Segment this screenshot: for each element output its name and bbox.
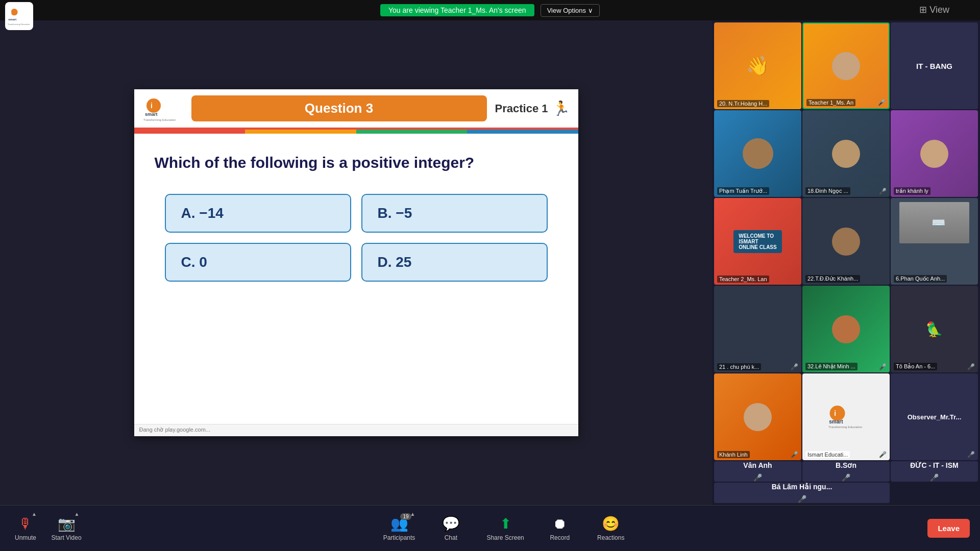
answers-grid: A. −14 B. −5 C. 0 D. 25 <box>134 184 578 292</box>
participant-name-4: Phạm Tuấn Trướ... <box>717 187 769 195</box>
participant-mute-11: 🎤 <box>879 363 887 370</box>
svg-point-6 <box>146 98 161 113</box>
participant-name-6: trần khánh ly <box>894 187 930 195</box>
participant-name-13: Khánh Linh <box>717 451 750 458</box>
participant-name-1: 20. N.Tr.Hoàng H... <box>717 100 769 107</box>
slide-header: i smart Transforming Education Question … <box>134 89 578 130</box>
participant-mute-10: 🎤 <box>791 363 798 370</box>
participant-tile-12: 🦜 Tô Bảo An - 6... 🎤 <box>891 286 978 372</box>
practice-label: Practice 1 🏃 <box>495 100 570 117</box>
share-screen-label: Share Screen <box>486 534 524 541</box>
record-icon: ⏺ <box>553 515 567 532</box>
participant-tile-19: Bá Lâm Hải ngu... 🎤 <box>714 483 890 503</box>
question-text: Which of the following is a positive int… <box>134 134 578 184</box>
reactions-button[interactable]: 😊 Reactions <box>596 515 626 541</box>
participant-name-7: Teacher 2_Ms. Lan <box>717 276 769 283</box>
participant-mute-13: 🎤 <box>791 451 798 458</box>
svg-text:Transforming Education: Transforming Education <box>143 118 176 121</box>
runner-icon: 🏃 <box>552 100 570 117</box>
chat-icon: 💬 <box>442 515 460 532</box>
participant-name-2: Teacher 1_Ms. An <box>806 99 855 106</box>
participant-mute-2: 🎤 <box>878 99 886 106</box>
slide-logo: i smart Transforming Education <box>142 94 183 122</box>
participant-name-8: 22.T.Đ.Đức Khánh... <box>805 275 860 283</box>
participant-mute-5: 🎤 <box>879 188 887 195</box>
chat-button[interactable]: 💬 Chat <box>435 515 466 541</box>
chat-label: Chat <box>445 534 457 541</box>
participant-name-18: ĐỨC - IT - ISM <box>910 461 958 469</box>
unmute-icon: 🎙 ▲ <box>18 515 33 532</box>
participant-name-16: Vân Anh <box>743 461 772 469</box>
unmute-label: Unmute <box>15 534 36 541</box>
slide-statusbar: Đang chờ play.google.com... <box>134 424 578 436</box>
start-video-label: Start Video <box>51 534 81 541</box>
toolbar-left: 🎙 ▲ Unmute 📷 ▲ Start Video <box>10 515 82 541</box>
answer-option-d[interactable]: D. 25 <box>361 243 548 282</box>
participant-tile-8: 22.T.Đ.Đức Khánh... <box>802 198 890 285</box>
svg-point-1 <box>11 9 17 15</box>
participants-panel: 👋 20. N.Tr.Hoàng H... Teacher 1_Ms. An 🎤… <box>712 20 980 505</box>
toolbar-right: Leave <box>927 519 970 538</box>
toolbar-center: 👥 19 ▲ Participants 💬 Chat ⬆ Share Scree… <box>82 515 927 541</box>
bottom-toolbar: 🎙 ▲ Unmute 📷 ▲ Start Video 👥 19 ▲ Partic… <box>0 505 980 551</box>
participant-name-10: 21 . chu phú k... <box>717 363 761 370</box>
participant-tile-1: 👋 20. N.Tr.Hoàng H... <box>714 22 801 109</box>
slide-color-bar <box>134 130 578 134</box>
question-badge: Question 3 <box>191 95 487 121</box>
start-video-icon: 📷 ▲ <box>58 515 76 532</box>
participant-tile-16: Vân Anh 🎤 <box>714 461 801 482</box>
participant-tile-5: 18.Đinh Ngọc ... 🎤 <box>802 110 890 197</box>
participant-name-14: Ismart Educati... <box>805 451 850 458</box>
participant-mute-16-icon: 🎤 <box>753 473 762 482</box>
participant-name-11: 32.Lê Nhật Minh ... <box>805 363 857 370</box>
answer-option-c[interactable]: C. 0 <box>165 243 351 282</box>
participant-name-19: Bá Lâm Hải ngu... <box>772 483 832 491</box>
participants-label: Participants <box>383 534 415 541</box>
participant-tile-2: Teacher 1_Ms. An 🎤 <box>802 22 890 109</box>
record-button[interactable]: ⏺ Record <box>545 515 575 541</box>
svg-text:smart: smart <box>829 419 843 424</box>
svg-text:Transforming Education: Transforming Education <box>7 22 30 25</box>
start-video-button[interactable]: 📷 ▲ Start Video <box>51 515 82 541</box>
participant-mute-15: 🎤 <box>967 451 975 458</box>
unmute-button[interactable]: 🎙 ▲ Unmute <box>10 515 41 541</box>
participant-tile-18: ĐỨC - IT - ISM 🎤 <box>891 461 978 482</box>
screen-share-banner: You are viewing Teacher 1_Ms. An's scree… <box>380 4 534 16</box>
participant-tile-6: trần khánh ly <box>891 110 978 197</box>
answer-option-a[interactable]: A. −14 <box>165 194 351 233</box>
view-options-chevron: ∨ <box>588 7 593 14</box>
participants-chevron: ▲ <box>410 511 415 517</box>
reactions-label: Reactions <box>597 534 624 541</box>
participant-mute-17-icon: 🎤 <box>842 473 850 482</box>
participant-name-3: IT - BANG <box>916 62 952 70</box>
share-screen-button[interactable]: ⬆ Share Screen <box>486 515 524 541</box>
view-options-button[interactable]: View Options ∨ <box>541 4 600 17</box>
participant-tile-3: IT - BANG <box>891 22 978 109</box>
svg-text:Transforming Education: Transforming Education <box>828 425 863 429</box>
participant-mute-12: 🎤 <box>967 363 975 370</box>
participant-tile-14: i smart Transforming Education Ismart Ed… <box>802 373 890 460</box>
participants-button[interactable]: 👥 19 ▲ Participants <box>383 515 415 541</box>
participant-tile-9: ⌨️ 6.Phan Quốc Anh... <box>891 198 978 285</box>
participant-tile-15: Observer_Mr.Tr... 🎤 <box>891 373 978 460</box>
participant-name-12: Tô Bảo An - 6... <box>894 363 937 370</box>
record-label: Record <box>550 534 570 541</box>
participant-tile-13: Khánh Linh 🎤 <box>714 373 801 460</box>
participant-tile-17: B.Sơn 🎤 <box>802 461 890 482</box>
reactions-icon: 😊 <box>602 515 620 532</box>
svg-text:i: i <box>10 10 11 15</box>
view-icon[interactable]: ⊞ View <box>919 4 949 15</box>
top-bar: You are viewing Teacher 1_Ms. An's scree… <box>0 0 980 20</box>
bird-icon: 🦜 <box>925 321 943 338</box>
participant-tile-4: Phạm Tuấn Trướ... <box>714 110 801 197</box>
participant-name-9: 6.Phan Quốc Anh... <box>894 275 947 283</box>
leave-button[interactable]: Leave <box>927 519 970 538</box>
participant-name-17: B.Sơn <box>836 461 856 469</box>
slide-container: i smart Transforming Education Question … <box>134 89 578 436</box>
participant-tile-7: WELCOME TOISMARTONLINE CLASS Teacher 2_M… <box>714 198 801 285</box>
view-options-label: View Options <box>547 7 586 14</box>
participant-mute-18-icon: 🎤 <box>930 473 939 482</box>
share-screen-icon: ⬆ <box>500 515 511 532</box>
svg-text:i: i <box>151 102 153 110</box>
answer-option-b[interactable]: B. −5 <box>361 194 548 233</box>
